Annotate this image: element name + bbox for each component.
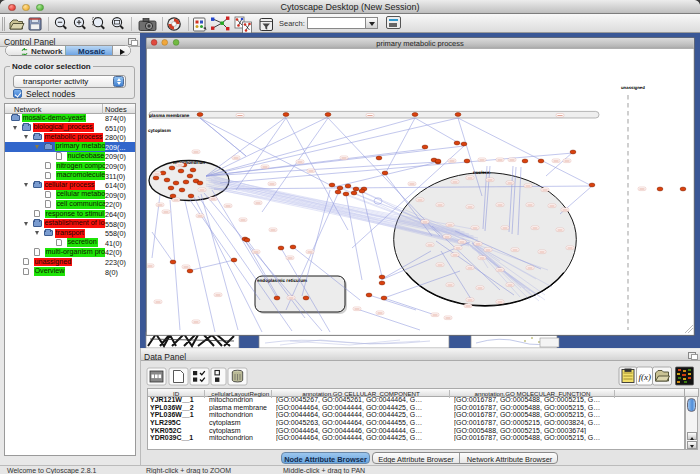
svg-text:plasma membrane: plasma membrane [149, 113, 190, 118]
svg-text:primary metabolic process: primary metabolic process [376, 39, 464, 48]
svg-text:f(x): f(x) [639, 372, 652, 382]
svg-text:nucleus: nucleus [473, 170, 491, 175]
svg-text:cytoplasm: cytoplasm [148, 128, 171, 133]
svg-text:unassigned: unassigned [621, 85, 645, 90]
